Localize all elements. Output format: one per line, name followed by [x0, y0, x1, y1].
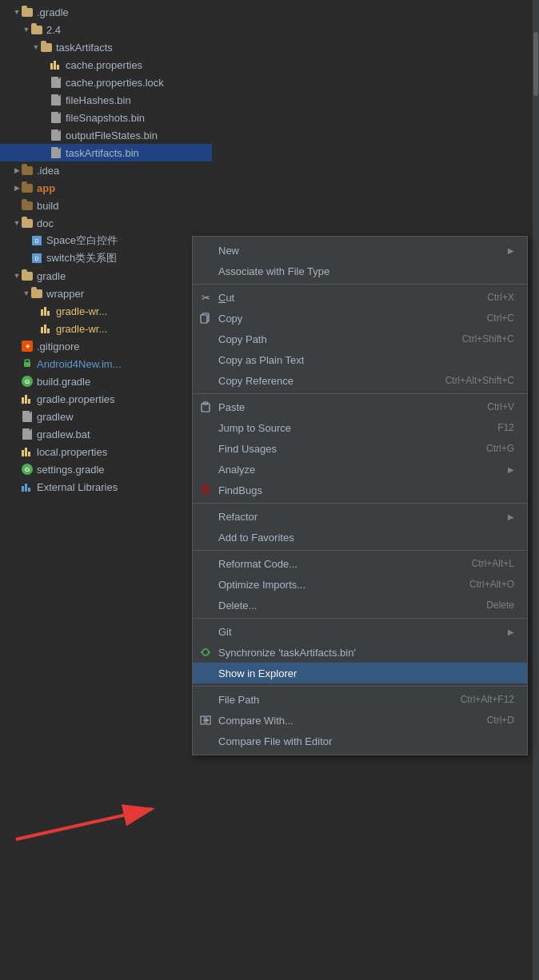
- menu-item-shortcut: Ctrl+Alt+O: [469, 579, 514, 590]
- tree-item-build[interactable]: ▶ build: [0, 197, 212, 214]
- copy-icon: [199, 312, 212, 325]
- tree-item-external-libs[interactable]: ▶ External Libraries: [0, 478, 212, 496]
- compare-icon: [199, 714, 212, 727]
- tree-item-taskartifacts[interactable]: ▼ taskArtifacts: [0, 38, 212, 56]
- tree-item-cache-props-lock[interactable]: ▶ cache.properties.lock: [0, 74, 212, 91]
- tree-item-gradle-properties[interactable]: ▶ gradle.properties: [0, 390, 212, 408]
- tree-item-wrapper[interactable]: ▼ wrapper: [0, 285, 212, 302]
- menu-item-compare-editor[interactable]: Compare File with Editor: [193, 731, 527, 751]
- menu-item-shortcut: Ctrl+Alt+L: [472, 558, 514, 569]
- menu-item-reformat[interactable]: Reformat Code... Ctrl+Alt+L: [193, 553, 527, 574]
- arrow-icon: ▼: [13, 219, 21, 227]
- menu-item-copy[interactable]: Copy Ctrl+C: [193, 308, 527, 329]
- tree-item-label: doc: [37, 217, 54, 229]
- tree-item-label: gradle: [37, 270, 66, 282]
- tree-item-gradlew[interactable]: ▶ gradlew: [0, 408, 212, 425]
- submenu-arrow-icon: ▶: [508, 627, 514, 636]
- tree-item-cache-props[interactable]: ▶ cache.properties: [0, 56, 212, 74]
- tree-item-gradlew-bat[interactable]: ▶ gradlew.bat: [0, 425, 212, 443]
- arrow-icon: ▼: [32, 43, 40, 51]
- menu-item-findbugs[interactable]: FindBugs: [193, 480, 527, 500]
- tree-item-gradle-folder[interactable]: ▼ gradle: [0, 267, 212, 285]
- tree-item-24[interactable]: ▼ 2.4: [0, 21, 212, 38]
- scrollbar-thumb[interactable]: [533, 32, 538, 96]
- tree-item-taskartifacts-bin[interactable]: ▶ taskArtifacts.bin: [0, 144, 212, 161]
- file-generic-icon: [21, 428, 34, 440]
- tree-item-label: wrapper: [46, 288, 84, 300]
- arrow-icon: ▼: [13, 8, 21, 16]
- tree-item-gradle[interactable]: ▼ .gradle: [0, 3, 212, 21]
- folder-icon: [40, 41, 53, 54]
- tree-item-space-doc[interactable]: ▶ D Space空白控件: [0, 232, 212, 249]
- menu-item-file-path[interactable]: File Path Ctrl+Alt+F12: [193, 689, 527, 710]
- folder-icon: [30, 23, 43, 36]
- file-bar-icon: [21, 445, 34, 458]
- folder-icon: [21, 181, 34, 194]
- menu-item-associate[interactable]: Associate with File Type: [193, 261, 527, 281]
- submenu-arrow-icon: ▶: [508, 246, 514, 255]
- tree-item-label: .gitignore: [37, 341, 79, 353]
- tree-item-label: gradle-wr...: [56, 323, 107, 335]
- tree-item-label: local.properties: [37, 446, 107, 458]
- tree-item-label: cache.properties: [66, 59, 142, 71]
- folder-icon: [30, 287, 43, 300]
- tree-item-android4new[interactable]: ▶ Android4New.im...: [0, 355, 212, 372]
- tree-item-outputfilestates[interactable]: ▶ outputFileStates.bin: [0, 126, 212, 144]
- menu-item-refactor[interactable]: Refactor ▶: [193, 506, 527, 527]
- menu-item-compare-with[interactable]: Compare With... Ctrl+D: [193, 710, 527, 731]
- menu-separator: [193, 618, 527, 619]
- menu-item-new[interactable]: New ▶: [193, 240, 527, 261]
- arrow-icon: ▶: [13, 184, 21, 192]
- menu-item-analyze[interactable]: Analyze ▶: [193, 459, 527, 480]
- tree-item-gradle-wrapper-props[interactable]: ▶ gradle-wr...: [0, 302, 212, 320]
- menu-item-copy-plain[interactable]: Copy as Plain Text: [193, 349, 527, 370]
- arrow-icon: ▶: [13, 166, 21, 174]
- menu-item-git[interactable]: Git ▶: [193, 621, 527, 642]
- tree-item-local-properties[interactable]: ▶ local.properties: [0, 443, 212, 460]
- tree-item-label: switch类关系图: [46, 251, 117, 265]
- tree-item-label: gradlew.bat: [37, 428, 90, 440]
- tree-item-filehashes[interactable]: ▶ fileHashes.bin: [0, 91, 212, 109]
- menu-item-show-explorer[interactable]: Show in Explorer: [193, 663, 527, 683]
- menu-item-delete[interactable]: Delete... Delete: [193, 595, 527, 615]
- menu-item-copy-ref[interactable]: Copy Reference Ctrl+Alt+Shift+C: [193, 370, 527, 391]
- file-tree: ▼ .gradle ▼ 2.4 ▼ taskArtifacts ▶ cache.…: [0, 0, 212, 980]
- file-generic-icon: [21, 410, 34, 423]
- menu-item-find-usages[interactable]: Find Usages Ctrl+G: [193, 438, 527, 459]
- tree-item-settings-gradle[interactable]: ▶ G settings.gradle: [0, 460, 212, 478]
- tree-item-gitignore[interactable]: ▶ ◈ .gitignore: [0, 337, 212, 355]
- tree-item-app[interactable]: ▶ app: [0, 179, 212, 197]
- menu-item-label: File Path: [218, 694, 445, 706]
- menu-item-label: Cut: [218, 292, 471, 304]
- file-android-icon: [21, 357, 34, 370]
- menu-item-copy-path[interactable]: Copy Path Ctrl+Shift+C: [193, 329, 527, 349]
- tree-item-switch-doc[interactable]: ▶ D switch类关系图: [0, 249, 212, 267]
- tree-item-label: build: [37, 200, 58, 212]
- file-bar-icon: [21, 392, 34, 405]
- svg-text:D: D: [34, 238, 38, 244]
- menu-item-cut[interactable]: ✂ Cut Ctrl+X: [193, 287, 527, 308]
- menu-item-synchronize[interactable]: Synchronize 'taskArtifacts.bin': [193, 642, 527, 663]
- tree-item-doc[interactable]: ▼ doc: [0, 214, 212, 232]
- tree-item-idea[interactable]: ▶ .idea: [0, 161, 212, 179]
- menu-item-jump-source[interactable]: Jump to Source F12: [193, 417, 527, 438]
- menu-item-paste[interactable]: Paste Ctrl+V: [193, 396, 527, 417]
- tree-item-build-gradle[interactable]: ▶ G build.gradle: [0, 372, 212, 390]
- submenu-arrow-icon: ▶: [508, 512, 514, 521]
- menu-item-optimize-imports[interactable]: Optimize Imports... Ctrl+Alt+O: [193, 574, 527, 595]
- tree-item-label: cache.properties.lock: [66, 77, 164, 89]
- menu-item-add-favorites[interactable]: Add to Favorites: [193, 527, 527, 548]
- tree-item-filesnapshots[interactable]: ▶ fileSnapshots.bin: [0, 109, 212, 126]
- menu-item-label: Analyze: [218, 464, 508, 476]
- arrow-icon: ▼: [22, 289, 30, 297]
- menu-item-shortcut: Delete: [486, 600, 514, 611]
- svg-rect-9: [201, 315, 207, 323]
- menu-item-label: FindBugs: [218, 484, 514, 496]
- menu-separator: [193, 686, 527, 687]
- tree-item-label: gradle-wr...: [56, 305, 107, 317]
- menu-item-shortcut: Ctrl+Alt+F12: [461, 694, 514, 705]
- svg-text:D: D: [34, 256, 38, 261]
- tree-item-gradle-wrapper-jar[interactable]: ▶ gradle-wr...: [0, 320, 212, 337]
- tree-item-label: taskArtifacts.bin: [66, 147, 139, 159]
- scrollbar[interactable]: [533, 0, 539, 980]
